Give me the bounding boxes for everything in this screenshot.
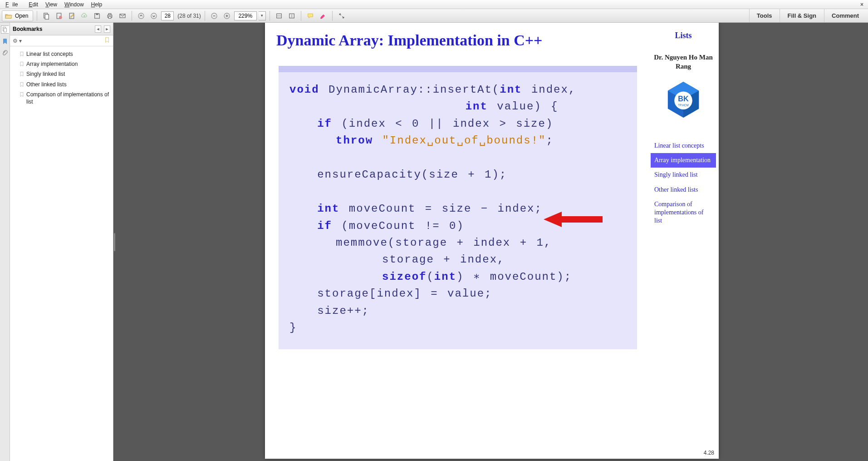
slide-nav-item[interactable]: Array implementation <box>651 153 716 168</box>
bookmarks-title: Bookmarks <box>13 26 92 32</box>
zoom-in-button[interactable] <box>221 10 232 21</box>
bookmark-item[interactable]: Linear list concepts <box>11 49 112 59</box>
bookmark-icon <box>19 61 25 67</box>
bookmarks-next-button[interactable]: ► <box>104 25 110 33</box>
bookmarks-list: Linear list concepts Array implementatio… <box>10 46 113 109</box>
sidetab-attachments[interactable] <box>1 49 9 57</box>
slide-nav-item[interactable]: Comparison of implementations of list <box>651 197 716 228</box>
red-arrow-icon <box>544 212 603 227</box>
svg-text:TP.HCM: TP.HCM <box>678 104 688 107</box>
zoom-out-button[interactable] <box>209 10 220 21</box>
separator <box>37 11 37 21</box>
email-button[interactable] <box>117 10 128 21</box>
tab-tools[interactable]: Tools <box>749 9 780 22</box>
bookmark-label: Other linked lists <box>26 81 67 88</box>
read-mode-button[interactable] <box>336 10 347 21</box>
menu-file[interactable]: File <box>2 0 25 9</box>
svg-rect-5 <box>96 13 98 15</box>
tab-fill-sign[interactable]: Fill & Sign <box>780 9 824 22</box>
svg-rect-8 <box>109 16 111 18</box>
separator <box>332 11 333 21</box>
new-bookmark-button[interactable] <box>104 37 110 45</box>
open-button[interactable]: Open <box>2 10 33 21</box>
bookmark-label: Singly linked list <box>26 70 65 78</box>
page-count-label: (28 of 31) <box>177 13 201 19</box>
bookmark-item[interactable]: Singly linked list <box>11 69 112 79</box>
bookmarks-panel: Bookmarks ◄ ► ⚙ ▾ Linear list concepts A… <box>10 23 113 461</box>
print-button[interactable] <box>104 10 115 21</box>
separator <box>205 11 205 21</box>
bookmark-item[interactable]: Array implementation <box>11 59 112 69</box>
svg-point-11 <box>151 13 157 19</box>
pdf-page: Dynamic Array: Implementation in C++ voi… <box>265 23 719 459</box>
slide-sidebar-title: Lists <box>651 31 716 40</box>
slide-nav: Linear list concepts Array implementatio… <box>651 139 716 228</box>
page-number-input[interactable] <box>161 11 174 20</box>
edit-button[interactable] <box>66 10 77 21</box>
bookmark-icon <box>19 71 25 77</box>
bookmarks-header: Bookmarks ◄ ► <box>10 23 113 35</box>
bookmark-icon <box>19 51 25 57</box>
save-cloud-button[interactable] <box>79 10 90 21</box>
folder-open-icon <box>5 13 12 19</box>
page-up-button[interactable] <box>136 10 147 21</box>
svg-point-10 <box>138 13 144 19</box>
highlight-button[interactable] <box>318 10 329 21</box>
svg-point-3 <box>59 16 62 19</box>
slide-page-number: 4.28 <box>704 450 714 456</box>
menu-window[interactable]: Window <box>61 0 88 9</box>
slide-nav-item[interactable]: Linear list concepts <box>651 139 716 153</box>
separator <box>301 11 301 21</box>
menu-help[interactable]: Help <box>88 0 106 9</box>
menu-bar: File Edit View Window Help × <box>0 0 868 9</box>
svg-rect-17 <box>4 28 7 32</box>
export-pdf-button[interactable] <box>41 10 52 21</box>
bookmark-icon <box>19 92 25 97</box>
sidetab-thumbnails[interactable] <box>1 25 9 34</box>
bookmark-label: Comparison of implementations of list <box>26 91 109 105</box>
open-button-label: Open <box>15 13 28 19</box>
slide-author: Dr. Nguyen Ho Man Rang <box>651 53 716 71</box>
side-tab-strip <box>0 23 10 461</box>
menu-edit[interactable]: Edit <box>25 0 42 9</box>
create-pdf-button[interactable] <box>54 10 64 21</box>
bookmark-label: Array implementation <box>26 60 78 68</box>
comment-note-button[interactable] <box>305 10 316 21</box>
sidetab-bookmarks[interactable] <box>1 37 9 45</box>
code-block: void DynamicArray::insertAt(int index, i… <box>279 66 637 349</box>
separator <box>132 11 132 21</box>
slide-nav-item[interactable]: Other linked lists <box>651 183 716 197</box>
zoom-dropdown[interactable]: ▼ <box>259 11 266 20</box>
svg-text:BK: BK <box>678 94 689 103</box>
fit-page-button[interactable] <box>286 10 297 21</box>
bookmarks-prev-button[interactable]: ◄ <box>95 25 101 33</box>
slide-nav-item[interactable]: Singly linked list <box>651 168 716 182</box>
svg-rect-7 <box>109 13 111 15</box>
menu-view[interactable]: View <box>42 0 61 9</box>
slide-sidebar: Lists Dr. Nguyen Ho Man Rang BK TP.HCM L… <box>648 23 719 231</box>
save-button[interactable] <box>92 10 103 21</box>
bookmark-item[interactable]: Comparison of implementations of list <box>11 89 112 107</box>
bk-logo-icon: BK TP.HCM <box>663 79 704 124</box>
separator <box>270 11 270 21</box>
page-down-button[interactable] <box>148 10 159 21</box>
bookmarks-options-button[interactable]: ⚙ ▾ <box>13 38 22 44</box>
window-close-button[interactable]: × <box>857 0 868 9</box>
bookmark-icon <box>19 82 25 87</box>
work-area: Bookmarks ◄ ► ⚙ ▾ Linear list concepts A… <box>0 23 868 461</box>
right-panel-tabs: Tools Fill & Sign Comment <box>749 9 866 22</box>
bookmarks-toolbar: ⚙ ▾ <box>10 35 113 46</box>
tab-comment[interactable]: Comment <box>824 9 866 22</box>
bookmark-label: Linear list concepts <box>26 50 73 58</box>
fit-width-button[interactable] <box>274 10 284 21</box>
svg-rect-1 <box>45 14 49 19</box>
zoom-input[interactable] <box>234 11 257 20</box>
slide-title: Dynamic Array: Implementation in C++ <box>276 32 542 49</box>
pdf-viewer[interactable]: Dynamic Array: Implementation in C++ voi… <box>116 23 868 461</box>
toolbar: Open (28 of 31) ▼ Tools Fill & Sign Comm… <box>0 9 868 23</box>
bookmark-item[interactable]: Other linked lists <box>11 79 112 89</box>
